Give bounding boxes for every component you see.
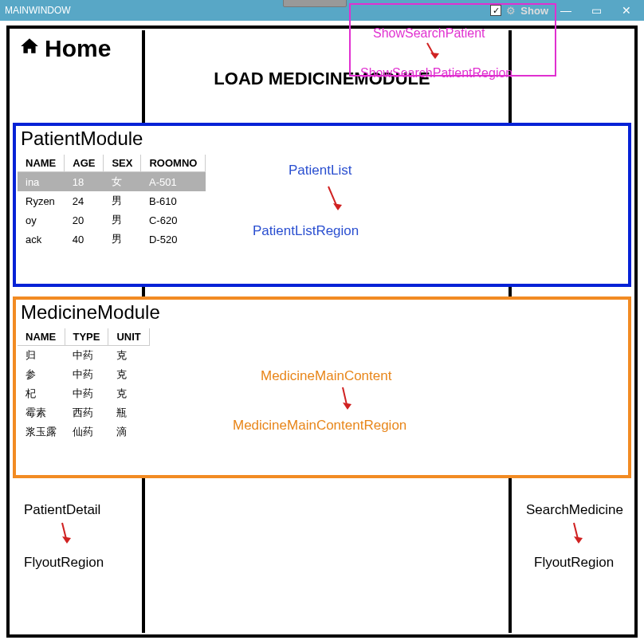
annotation-showsearchpatient: ShowSearchPatient: [373, 26, 485, 41]
show-label: Show: [520, 5, 548, 17]
medicine-grid-header: NAME TYPE UNIT: [18, 328, 149, 346]
table-row[interactable]: 浆玉露 仙药 滴: [18, 422, 149, 442]
table-row[interactable]: 归 中药 克: [18, 346, 149, 366]
col-type: TYPE: [65, 328, 108, 346]
table-row[interactable]: 霉素 西药 瓶: [18, 403, 149, 422]
annotation-medicinemaincontent: MedicineMainContent: [261, 368, 391, 384]
arrow-down-icon: [322, 185, 346, 217]
patient-grid-header: NAME AGE SEX ROOMNO: [18, 155, 206, 172]
table-row[interactable]: 杞 中药 克: [18, 384, 149, 403]
header: Home: [10, 29, 634, 65]
annotation-patientlistregion: PatientListRegion: [253, 223, 359, 239]
col-name: NAME: [18, 328, 65, 346]
table-row[interactable]: Ryzen 24 男 B-610: [18, 191, 206, 210]
medicine-module-title: MedicineModule: [16, 300, 628, 328]
titlebar-right: ✓ ⚙ Show — ▭ ✕: [490, 2, 639, 19]
arrow-down-icon: [422, 41, 445, 65]
col-age: AGE: [65, 155, 104, 172]
table-row[interactable]: oy 20 男 C-620: [18, 210, 206, 230]
table-row[interactable]: ina 18 女 A-501: [18, 172, 206, 192]
col-unit: UNIT: [108, 328, 149, 346]
maximize-button[interactable]: ▭: [583, 2, 609, 19]
gear-icon: ⚙: [506, 5, 516, 17]
titlebar-tabstrip: [283, 0, 347, 7]
table-row[interactable]: ack 40 男 D-520: [18, 230, 206, 249]
svg-marker-3: [343, 402, 351, 410]
annotation-showsearchpatientregion: ShowSearchPatientRegion: [360, 66, 512, 80]
svg-marker-9: [430, 53, 439, 59]
col-roomno: ROOMNO: [141, 155, 206, 172]
home-title: Home: [45, 35, 111, 62]
patient-grid[interactable]: NAME AGE SEX ROOMNO ina 18 女 A-501 Ryzen…: [18, 155, 206, 249]
annotation-searchmedicine: SearchMedicine: [526, 502, 623, 518]
annotation-patientdetail: PatientDetail: [24, 502, 100, 518]
close-button[interactable]: ✕: [614, 2, 639, 19]
load-module-button[interactable]: LOAD MEDICINEMODULE: [10, 65, 634, 97]
main-shell: Home LOAD MEDICINEMODULE PatientModule N…: [6, 26, 638, 638]
annotation-patientlist: PatientList: [289, 163, 351, 179]
arrow-down-icon: [56, 521, 77, 550]
annotation-flyoutregion-right: FlyoutRegion: [534, 555, 614, 571]
minimize-button[interactable]: —: [553, 2, 579, 19]
window-titlebar: MAINWINDOW ✓ ⚙ Show — ▭ ✕: [0, 0, 644, 21]
medicine-grid[interactable]: NAME TYPE UNIT 归 中药 克 参 中药 克 杞 中药 克 霉素 西: [18, 328, 150, 442]
medicine-main-content-region: MedicineModule NAME TYPE UNIT 归 中药 克 参 中…: [13, 296, 631, 478]
col-name: NAME: [18, 155, 65, 172]
annotation-flyoutregion-left: FlyoutRegion: [24, 555, 104, 571]
table-row[interactable]: 参 中药 克: [18, 365, 149, 384]
patient-module-title: PatientModule: [16, 126, 628, 155]
arrow-down-icon: [567, 521, 588, 550]
svg-marker-1: [333, 203, 342, 210]
arrow-down-icon: [335, 386, 357, 416]
annotation-medicinemaincontentregion: MedicineMainContentRegion: [233, 418, 406, 434]
col-sex: SEX: [104, 155, 141, 172]
home-icon: [19, 36, 40, 61]
show-checkbox[interactable]: ✓: [490, 5, 501, 16]
svg-marker-7: [574, 536, 583, 544]
svg-marker-5: [62, 536, 71, 544]
window-title: MAINWINDOW: [5, 5, 71, 16]
